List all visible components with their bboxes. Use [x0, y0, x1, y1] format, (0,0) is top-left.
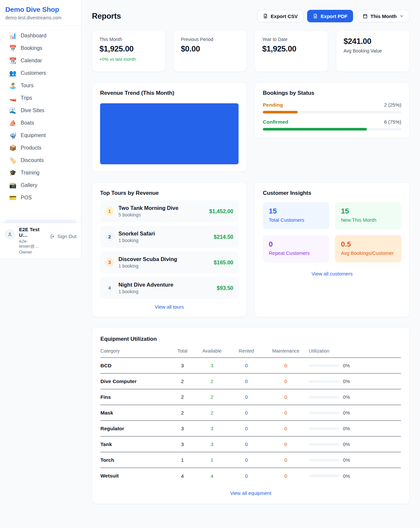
utilization-bar	[309, 459, 340, 461]
period-dropdown[interactable]: This Month	[357, 10, 410, 22]
rank-badge: 1	[105, 207, 114, 215]
sidebar-item-customers[interactable]: 👥 Customers	[3, 67, 78, 79]
utilization-bar	[309, 412, 340, 414]
table-row: Wetsuit 4 4 0 0 0%	[100, 468, 401, 484]
sidebar-item-training[interactable]: 🎓 Training	[3, 167, 78, 179]
file-download-icon	[263, 13, 268, 19]
revenue-trend-panel: Revenue Trend (This Month)	[92, 82, 247, 172]
stat-card-previous-period: Previous Period $0.00	[173, 30, 247, 72]
sidebar-item-discounts[interactable]: 🏷️ Discounts	[3, 154, 78, 167]
shop-name: Demo Dive Shop	[5, 6, 76, 13]
table-row: Tank 3 3 0 0 0%	[100, 437, 401, 452]
rank-badge: 3	[105, 258, 114, 267]
bookings-icon: 📅	[9, 45, 16, 51]
utilization-bar	[309, 364, 340, 367]
rank-badge: 2	[105, 233, 114, 241]
calendar-icon	[363, 13, 368, 19]
file-download-icon	[313, 13, 318, 19]
panel-title: Top Tours by Revenue	[100, 190, 239, 196]
utilization-bar	[309, 396, 340, 398]
table-row: Dive Computer 2 2 0 0 0%	[100, 374, 401, 389]
sidebar-nav: 📊 Dashboard 📅 Bookings 📆 Calendar 👥 Cust…	[0, 26, 81, 220]
sidebar-item-label: Calendar	[21, 58, 42, 64]
sidebar-item-dive-sites[interactable]: 🌊 Dive Sites	[3, 104, 78, 117]
gallery-icon: 📸	[9, 182, 16, 188]
sidebar-item-label: Customers	[21, 70, 46, 76]
sidebar-item-equipment[interactable]: 🤿 Equipment	[3, 129, 78, 142]
customer-insights-panel: Customer Insights 15 Total Customers 15 …	[255, 182, 410, 317]
user-panel: E2E Test U… e2e-tester@… Owner Sign Out	[0, 223, 81, 259]
stat-card-this-month: This Month $1,925.00 +0% vs last month	[92, 30, 165, 72]
sidebar-item-products[interactable]: 📦 Products	[3, 142, 78, 154]
progress-track	[263, 111, 401, 113]
stat-card-year-to-date: Year to Date $1,925.00	[255, 30, 328, 72]
calendar-icon: 📆	[9, 58, 16, 64]
panel-title: Revenue Trend (This Month)	[100, 90, 239, 96]
sidebar-item-label: Discounts	[21, 157, 44, 163]
sidebar-item-tours[interactable]: 🏝️ Tours	[3, 79, 78, 92]
page-header: Reports Export CSV Export PDF	[92, 10, 410, 22]
stat-card-avg-booking-value: $241.00 Avg Booking Value	[336, 30, 410, 72]
user-email: e2e-tester@…	[19, 239, 46, 249]
sidebar-item-calendar[interactable]: 📆 Calendar	[3, 54, 78, 67]
stat-cards: This Month $1,925.00 +0% vs last month P…	[92, 30, 410, 72]
table-header: Category Total Available Rented Maintena…	[100, 348, 401, 358]
sidebar-item-label: Dive Sites	[21, 108, 44, 113]
dashboard-icon: 📊	[9, 33, 16, 39]
table-row: Torch 1 1 0 0 0%	[100, 452, 401, 468]
tours-icon: 🏝️	[9, 83, 16, 89]
list-item: 3 Discover Scuba Diving 1 booking $165.0…	[100, 252, 239, 273]
revenue-trend-chart	[100, 103, 239, 164]
dive-sites-icon: 🌊	[9, 108, 16, 113]
export-pdf-button[interactable]: Export PDF	[307, 10, 353, 22]
avatar	[5, 229, 15, 240]
boats-icon: ⛵	[9, 120, 16, 126]
chevron-down-icon	[399, 14, 404, 18]
customers-icon: 👥	[9, 70, 16, 76]
sidebar-item-boats[interactable]: ⛵ Boats	[3, 117, 78, 129]
panel-title: Equipment Utilization	[100, 336, 401, 342]
sidebar-item-label: Training	[21, 170, 39, 176]
sidebar-item-trips[interactable]: 🚤 Trips	[3, 92, 78, 104]
utilization-bar	[309, 380, 340, 383]
utilization-bar	[309, 427, 340, 430]
table-row: BCD 3 3 0 0 0%	[100, 358, 401, 374]
equipment-utilization-panel: Equipment Utilization Category Total Ava…	[92, 328, 410, 504]
sidebar-item-dashboard[interactable]: 📊 Dashboard	[3, 30, 78, 42]
user-icon	[7, 232, 12, 237]
brand: Demo Dive Shop demo.test.divestreams.com	[0, 0, 81, 26]
top-tours-panel: Top Tours by Revenue 1 Two Tank Morning …	[92, 182, 247, 317]
insight-tile-avg-bookings: 0.5 Avg Bookings/Customer	[335, 235, 401, 262]
training-icon: 🎓	[9, 170, 16, 176]
tour-bookings: 1 booking	[118, 238, 155, 243]
sidebar-item-label: Boats	[21, 120, 34, 126]
tour-bookings: 5 bookings	[118, 212, 178, 217]
export-csv-button[interactable]: Export CSV	[257, 10, 304, 22]
tour-amount: $165.00	[214, 259, 233, 266]
tour-amount: $93.50	[217, 285, 233, 291]
table-row: Mask 2 2 0 0 0%	[100, 405, 401, 421]
view-all-tours-link[interactable]: View all tours	[100, 304, 239, 310]
list-item: 2 Snorkel Safari 1 booking $214.50	[100, 226, 239, 248]
sidebar-item-pos[interactable]: 💳 POS	[3, 192, 78, 204]
tour-name: Discover Scuba Diving	[118, 256, 177, 262]
sidebar-item-label: Gallery	[21, 182, 37, 188]
pos-icon: 💳	[9, 195, 16, 201]
view-all-equipment-link[interactable]: View all equipment	[100, 490, 401, 496]
insight-tile-repeat-customers: 0 Repeat Customers	[263, 235, 329, 262]
page-title: Reports	[92, 11, 121, 21]
stat-delta: +0% vs last month	[99, 57, 158, 62]
sign-out-button[interactable]: Sign Out	[50, 234, 76, 239]
discounts-icon: 🏷️	[9, 157, 16, 163]
table-row: Regulator 3 3 0 0 0%	[100, 421, 401, 437]
sidebar-item-gallery[interactable]: 📸 Gallery	[3, 179, 78, 192]
sidebar-item-bookings[interactable]: 📅 Bookings	[3, 42, 78, 54]
insight-tile-total-customers: 15 Total Customers	[263, 202, 329, 229]
tour-bookings: 1 booking	[118, 289, 173, 294]
sidebar-item-label: Dashboard	[21, 33, 46, 39]
utilization-bar	[309, 443, 340, 446]
sidebar-item-reports-partial[interactable]	[5, 220, 76, 223]
tour-name: Night Dive Adventure	[118, 282, 173, 288]
view-all-customers-link[interactable]: View all customers	[263, 271, 401, 276]
progress-fill	[263, 111, 298, 113]
